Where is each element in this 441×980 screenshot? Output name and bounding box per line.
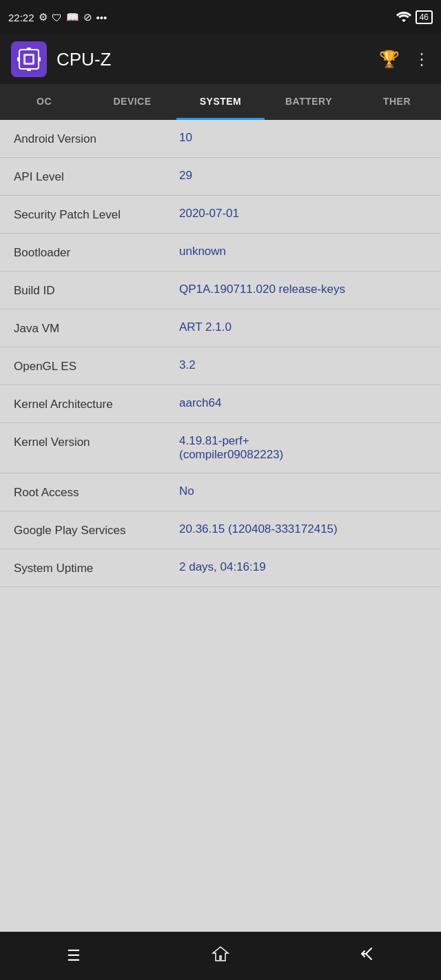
svg-rect-3 xyxy=(17,57,20,61)
header-icons: 🏆 ⋮ xyxy=(379,50,430,69)
status-bar: 22:22 ⚙ 🛡 📖 ⊘ ••• 46 xyxy=(0,0,441,34)
status-left: 22:22 ⚙ 🛡 📖 ⊘ ••• xyxy=(8,11,107,23)
empty-space xyxy=(0,587,441,973)
app-title: CPU-Z xyxy=(57,49,379,70)
tab-battery[interactable]: BATTERY xyxy=(265,84,353,120)
info-label: Java VM xyxy=(14,320,179,336)
info-value: 3.2 xyxy=(179,358,427,372)
info-value: 4.19.81-perf+ (compiler09082223) xyxy=(179,434,427,462)
info-value: 10 xyxy=(179,131,427,145)
app-logo xyxy=(11,41,47,77)
slash-icon: ⊘ xyxy=(83,11,92,23)
info-row: Root AccessNo xyxy=(0,473,441,511)
info-label: Android Version xyxy=(14,131,179,146)
tab-bar: OC DEVICE SYSTEM BATTERY THER xyxy=(0,84,441,120)
nav-bar: ☰ xyxy=(0,932,441,980)
info-value: ART 2.1.0 xyxy=(179,320,427,334)
nav-back-button[interactable] xyxy=(347,939,388,973)
info-row: System Uptime2 days, 04:16:19 xyxy=(0,549,441,587)
info-label: Kernel Architecture xyxy=(14,396,179,411)
info-value: 2020-07-01 xyxy=(179,207,427,221)
info-value: 20.36.15 (120408-333172415) xyxy=(179,522,427,536)
info-row: Security Patch Level2020-07-01 xyxy=(0,196,441,234)
info-label: Root Access xyxy=(14,484,179,500)
tab-thermal[interactable]: THER xyxy=(353,84,441,120)
app-header: CPU-Z 🏆 ⋮ xyxy=(0,34,441,84)
home-icon xyxy=(211,944,230,968)
battery-indicator: 46 xyxy=(416,10,433,24)
svg-rect-2 xyxy=(25,56,32,63)
content-area: Android Version10API Level29Security Pat… xyxy=(0,120,441,587)
info-label: Build ID xyxy=(14,283,179,298)
info-row: Java VMART 2.1.0 xyxy=(0,309,441,347)
book-icon: 📖 xyxy=(66,11,79,23)
info-row: Kernel Version4.19.81-perf+ (compiler090… xyxy=(0,423,441,473)
tab-oc[interactable]: OC xyxy=(0,84,88,120)
info-label: API Level xyxy=(14,169,179,184)
settings-icon: ⚙ xyxy=(39,11,48,23)
info-row: Android Version10 xyxy=(0,120,441,158)
info-label: Kernel Version xyxy=(14,434,179,449)
info-value: No xyxy=(179,484,427,498)
svg-rect-4 xyxy=(38,57,41,61)
info-value: QP1A.190711.020 release-keys xyxy=(179,283,427,296)
back-icon xyxy=(358,944,377,968)
info-label: Google Play Services xyxy=(14,522,179,538)
info-label: Security Patch Level xyxy=(14,207,179,222)
nav-menu-button[interactable]: ☰ xyxy=(53,939,94,973)
svg-rect-6 xyxy=(27,68,31,71)
wifi-icon xyxy=(396,11,411,24)
status-time: 22:22 xyxy=(8,12,34,23)
nav-home-button[interactable] xyxy=(200,939,241,973)
info-label: System Uptime xyxy=(14,560,179,575)
dots-icon: ••• xyxy=(96,12,107,23)
info-value: 29 xyxy=(179,169,427,183)
info-value: 2 days, 04:16:19 xyxy=(179,560,427,574)
battery-level: 46 xyxy=(420,12,429,22)
info-row: Kernel Architectureaarch64 xyxy=(0,385,441,423)
status-right: 46 xyxy=(396,10,433,24)
shield-icon: 🛡 xyxy=(52,12,62,23)
info-row: OpenGL ES3.2 xyxy=(0,347,441,385)
svg-rect-5 xyxy=(27,48,31,50)
info-value: unknown xyxy=(179,245,427,258)
tab-system[interactable]: SYSTEM xyxy=(176,84,265,120)
more-options-icon[interactable]: ⋮ xyxy=(413,50,430,69)
info-value: aarch64 xyxy=(179,396,427,410)
info-row: Build IDQP1A.190711.020 release-keys xyxy=(0,272,441,309)
info-label: Bootloader xyxy=(14,245,179,260)
trophy-icon[interactable]: 🏆 xyxy=(379,50,400,69)
info-row: Bootloaderunknown xyxy=(0,234,441,272)
info-row: API Level29 xyxy=(0,158,441,196)
info-label: OpenGL ES xyxy=(14,358,179,374)
tab-device[interactable]: DEVICE xyxy=(88,84,176,120)
menu-icon: ☰ xyxy=(67,947,81,965)
info-row: Google Play Services20.36.15 (120408-333… xyxy=(0,511,441,549)
